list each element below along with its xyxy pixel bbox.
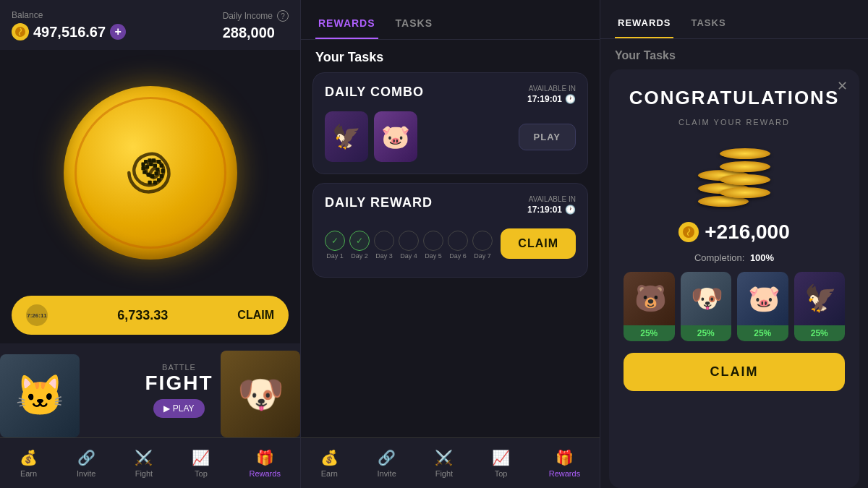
mid-fight-icon: ⚔️	[435, 449, 453, 466]
day-5-label: Day 5	[425, 252, 442, 260]
mid-nav-invite[interactable]: 🔗 Invite	[368, 443, 404, 484]
right-your-tasks: Your Tasks	[600, 39, 868, 69]
play-battle-button[interactable]: ▶ PLAY	[153, 399, 204, 418]
congrats-title: CONGRATULATIONS	[629, 87, 839, 109]
mid-nav-top[interactable]: 📈 Top	[483, 443, 519, 484]
balance-label: Balance	[12, 10, 126, 20]
daily-income-label: Daily Income	[223, 11, 273, 21]
nav-rewards[interactable]: 🎁 Rewards	[241, 443, 289, 484]
daily-combo-card: DAILY COMBO AVAILABLE IN 17:19:01 🕐 🦅 🐷 …	[312, 72, 588, 174]
mid-nav-fight[interactable]: ⚔️ Fight	[426, 443, 461, 484]
middle-bottom-nav: 💰 Earn 🔗 Invite ⚔️ Fight 📈 Top 🎁 Rewards	[301, 437, 600, 488]
middle-tabs: REWARDS TASKS	[301, 0, 600, 40]
daily-income-header: Daily Income ?	[223, 10, 289, 22]
right-tab-rewards[interactable]: REWARDS	[615, 12, 673, 38]
nav-invite-label: Invite	[77, 469, 95, 478]
daily-income-section: Daily Income ? 288,000	[223, 10, 289, 41]
close-button[interactable]: ✕	[837, 78, 848, 94]
svg-rect-14	[151, 158, 155, 162]
svg-rect-5	[156, 168, 159, 171]
clock-icon: 🕐	[565, 94, 576, 104]
mid-earn-label: Earn	[321, 469, 338, 478]
nav-rewards-label: Rewards	[250, 469, 281, 478]
svg-rect-8	[146, 173, 150, 176]
daily-reward-claim-button[interactable]: CLAIM	[501, 228, 576, 259]
reward-coin-icon	[678, 222, 699, 242]
daily-combo-header: DAILY COMBO AVAILABLE IN 17:19:01 🕐	[325, 85, 576, 104]
right-panel: REWARDS TASKS Your Tasks ✕ CONGRATULATIO…	[600, 0, 868, 488]
mid-rewards-icon: 🎁	[556, 449, 574, 466]
middle-panel: REWARDS TASKS Your Tasks DAILY COMBO AVA…	[300, 0, 600, 488]
right-claim-button[interactable]: CLAIM	[624, 353, 845, 391]
nav-top[interactable]: 📈 Top	[183, 443, 218, 484]
tab-tasks[interactable]: TASKS	[393, 12, 435, 39]
mid-fight-label: Fight	[435, 469, 453, 478]
reward-time: 17:19:01 🕐	[527, 205, 576, 215]
earn-icon: 💰	[20, 449, 38, 466]
day-3-circle	[374, 231, 394, 251]
svg-rect-18	[159, 174, 163, 178]
help-icon[interactable]: ?	[277, 10, 289, 22]
mid-nav-rewards[interactable]: 🎁 Rewards	[540, 443, 589, 484]
claim-bar[interactable]: 7:26:11 6,733.33 CLAIM	[12, 296, 289, 335]
daily-combo-title: DAILY COMBO	[325, 85, 424, 100]
day-3: Day 3	[374, 231, 394, 260]
play-combo-button[interactable]: PLAY	[519, 124, 576, 150]
rewards-icon: 🎁	[256, 449, 274, 466]
nav-fight[interactable]: ⚔️ Fight	[126, 443, 161, 484]
svg-rect-21	[148, 181, 151, 184]
gold-coins	[684, 141, 785, 206]
coin-icon	[12, 23, 29, 40]
right-tab-tasks[interactable]: TASKS	[688, 12, 728, 38]
day-7-label: Day 7	[474, 252, 491, 260]
day-6: Day 6	[448, 231, 468, 260]
timer-icon: 7:26:11	[26, 304, 48, 326]
completion-label: Completion:	[694, 252, 744, 263]
day-1-circle: ✓	[325, 231, 345, 251]
svg-rect-3	[149, 163, 153, 166]
reward-available: AVAILABLE IN 17:19:01 🕐	[527, 195, 576, 215]
tab-rewards[interactable]: REWARDS	[315, 12, 378, 39]
claim-amount: 6,733.33	[55, 308, 230, 323]
balance-amount: 497,516.67 +	[12, 23, 126, 40]
char-img-2: 🐶	[681, 272, 732, 325]
day-4: Day 4	[399, 231, 419, 260]
day-7: Day 7	[472, 231, 493, 260]
svg-rect-4	[153, 163, 156, 167]
mid-top-icon: 📈	[492, 449, 510, 466]
char-card-4: 🦅 25%	[794, 272, 846, 341]
svg-rect-9	[142, 170, 146, 174]
combo-available: AVAILABLE IN 17:19:01 🕐	[527, 85, 576, 104]
spiral-icon	[118, 140, 183, 205]
battle-title: FIGHT	[145, 372, 213, 395]
congrats-subtitle: CLAIM YOUR REWARD	[678, 118, 790, 127]
mid-nav-earn[interactable]: 💰 Earn	[312, 443, 347, 484]
svg-rect-17	[161, 169, 164, 173]
reward-amount: +216,000	[678, 221, 790, 244]
mid-invite-label: Invite	[377, 469, 396, 478]
right-tabs: REWARDS TASKS	[600, 0, 868, 39]
nav-earn[interactable]: 💰 Earn	[11, 443, 46, 484]
char-pct-1: 25%	[624, 325, 675, 341]
left-bottom-nav: 💰 Earn 🔗 Invite ⚔️ Fight 📈 Top 🎁 Rewards	[0, 437, 300, 488]
balance-number: 497,516.67	[33, 24, 106, 40]
add-balance-button[interactable]: +	[110, 24, 126, 40]
left-panel: Balance 497,516.67 + Daily Income ? 288,…	[0, 0, 300, 488]
combo-char-2: 🐷	[374, 111, 417, 162]
combo-body: 🦅 🐷 PLAY	[325, 111, 576, 162]
reward-bottom: ✓ Day 1 ✓ Day 2 Day 3 Day 4	[325, 222, 576, 265]
coin-main-area[interactable]	[0, 50, 300, 296]
battle-section: 🐱 BATTLE FIGHT ▶ PLAY 🐶	[0, 343, 300, 437]
your-tasks-title: Your Tasks	[301, 40, 600, 72]
char-img-1: 🐻	[624, 272, 675, 325]
invite-icon: 🔗	[77, 449, 95, 466]
day-6-circle	[448, 231, 468, 251]
day-4-circle	[399, 231, 419, 251]
char-pct-3: 25%	[737, 325, 788, 341]
battle-label: BATTLE	[162, 363, 196, 372]
day-4-label: Day 4	[400, 252, 417, 260]
main-coin[interactable]	[64, 86, 237, 260]
battle-left-character: 🐱	[0, 354, 80, 437]
nav-invite[interactable]: 🔗 Invite	[68, 443, 104, 484]
coin-ring	[75, 97, 226, 249]
